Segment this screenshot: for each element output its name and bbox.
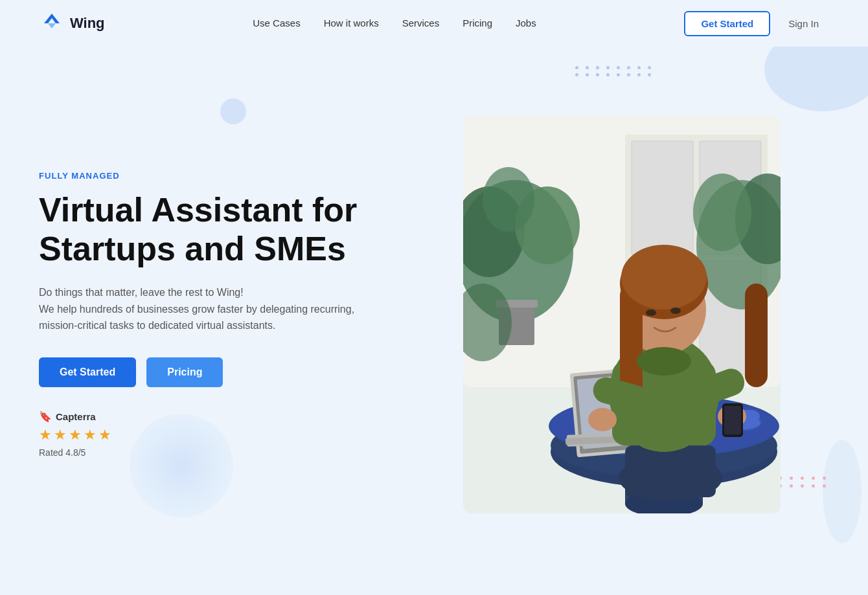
nav-services[interactable]: Services — [402, 17, 440, 28]
star-1: ★ — [39, 427, 52, 443]
blob-top-right — [764, 47, 868, 111]
dots-top-right — [575, 66, 654, 76]
capterra-section: 🔖 Capterra ★ ★ ★ ★ ★ Rated 4.8/5 — [39, 410, 415, 458]
logo-text: Wing — [70, 15, 105, 32]
svg-rect-3 — [632, 141, 693, 254]
nav-get-started-button[interactable]: Get Started — [684, 11, 770, 36]
nav-jobs[interactable]: Jobs — [516, 17, 536, 28]
svg-rect-31 — [625, 445, 716, 497]
hero-title: Virtual Assistant for Startups and SMEs — [39, 191, 415, 269]
star-rating: ★ ★ ★ ★ ★ — [39, 427, 415, 443]
star-3: ★ — [69, 427, 82, 443]
svg-point-40 — [646, 309, 656, 316]
nav-actions: Get Started Sign In — [684, 11, 829, 36]
hero-pricing-button[interactable]: Pricing — [146, 357, 223, 387]
svg-rect-47 — [724, 406, 741, 434]
svg-point-39 — [621, 245, 707, 309]
svg-point-44 — [588, 408, 617, 431]
navbar: Wing Use Cases How it works Services Pri… — [0, 0, 868, 47]
nav-sign-in-button[interactable]: Sign In — [778, 12, 829, 35]
hero-image — [463, 115, 781, 513]
star-2: ★ — [54, 427, 67, 443]
svg-point-15 — [693, 174, 751, 251]
hero-badge: FULLY MANAGED — [39, 171, 415, 181]
star-4: ★ — [84, 427, 97, 443]
rating-text: Rated 4.8/5 — [39, 447, 415, 458]
hero-right — [415, 115, 829, 513]
hero-illustration — [463, 115, 781, 513]
svg-point-41 — [670, 308, 681, 314]
capterra-name: Capterra — [56, 411, 96, 422]
blob-small-top — [220, 98, 246, 124]
hero-description: Do things that matter, leave the rest to… — [39, 284, 363, 334]
capterra-icon: 🔖 — [39, 410, 52, 423]
nav-links: Use Cases How it works Services Pricing … — [253, 17, 536, 29]
hero-buttons: Get Started Pricing — [39, 357, 415, 387]
hero-left: FULLY MANAGED Virtual Assistant for Star… — [39, 171, 415, 457]
wing-logo-icon — [39, 10, 65, 36]
logo[interactable]: Wing — [39, 10, 105, 36]
svg-rect-38 — [745, 284, 768, 387]
nav-pricing[interactable]: Pricing — [463, 17, 492, 28]
star-5: ★ — [98, 427, 111, 443]
svg-point-10 — [483, 167, 534, 232]
hero-get-started-button[interactable]: Get Started — [39, 357, 136, 387]
nav-use-cases[interactable]: Use Cases — [253, 17, 300, 28]
capterra-logo: 🔖 Capterra — [39, 410, 415, 423]
hero-section: FULLY MANAGED Virtual Assistant for Star… — [0, 47, 868, 595]
svg-point-48 — [637, 347, 691, 376]
nav-how-it-works[interactable]: How it works — [324, 17, 379, 28]
